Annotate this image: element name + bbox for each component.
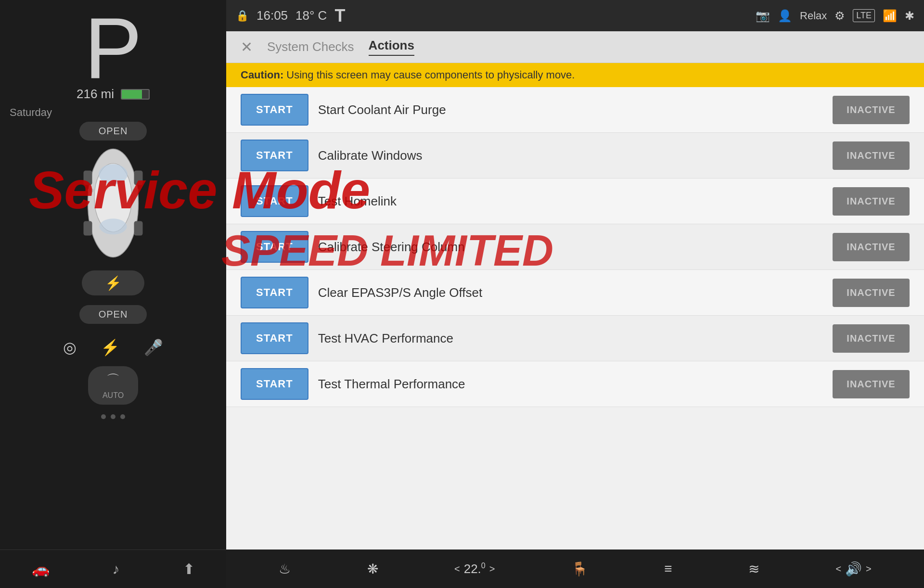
- open-bottom-button[interactable]: OPEN: [79, 305, 147, 324]
- dot-2: [111, 414, 116, 419]
- nav-music-icon[interactable]: ♪: [113, 561, 120, 577]
- bottom-controls-bar: ♨ ❋ < 22.0 > 🪑 ≡ ≋ < 🔊 >: [226, 550, 924, 588]
- rear-cool-icon[interactable]: ≋: [748, 561, 759, 577]
- actions-list: STARTStart Coolant Air PurgeINACTIVESTAR…: [226, 87, 924, 550]
- temperature-control: < 22.0 >: [454, 562, 495, 576]
- action-label-4: Calibrate Steering Column: [318, 240, 823, 255]
- temp-increase-button[interactable]: >: [489, 563, 495, 575]
- lock-icon: 🔒: [236, 10, 249, 22]
- caution-text: Using this screen may cause components t…: [283, 69, 575, 81]
- parking-indicator: P: [84, 5, 142, 91]
- start-button-2[interactable]: START: [241, 140, 308, 171]
- wiper-auto-label: AUTO: [103, 391, 124, 400]
- volume-control: < 🔊 >: [835, 561, 871, 577]
- svg-rect-8: [88, 189, 94, 192]
- car-svg: [51, 145, 176, 261]
- bluetooth-icon[interactable]: ✱: [905, 9, 914, 23]
- status-left: 🔒 16:05 18° C T: [236, 6, 345, 26]
- dot-3: [120, 414, 125, 419]
- tab-system-checks[interactable]: System Checks: [267, 39, 354, 54]
- left-bottom-nav: 🚗 ♪ ⬆: [0, 550, 226, 588]
- action-row-2: STARTCalibrate WindowsINACTIVE: [226, 133, 924, 179]
- status-button-1[interactable]: INACTIVE: [833, 96, 910, 124]
- svg-rect-6: [84, 221, 92, 236]
- start-button-3[interactable]: START: [241, 185, 308, 217]
- action-row-4: STARTCalibrate Steering ColumnINACTIVE: [226, 224, 924, 270]
- start-button-4[interactable]: START: [241, 231, 308, 263]
- start-button-7[interactable]: START: [241, 368, 308, 400]
- status-right: 📷 👤 Relax ⚙ LTE 📶 ✱: [756, 9, 914, 23]
- seat-icon[interactable]: 🪑: [571, 561, 588, 577]
- volume-icon: 🔊: [845, 561, 862, 577]
- tesla-logo: T: [334, 6, 345, 26]
- start-button-5[interactable]: START: [241, 277, 308, 308]
- fan-icon[interactable]: ❋: [367, 561, 378, 577]
- nav-car-icon[interactable]: 🚗: [32, 561, 50, 577]
- dot-1: [101, 414, 106, 419]
- time-display: 16:05: [257, 8, 288, 23]
- close-button[interactable]: ✕: [241, 38, 253, 55]
- day-label: Saturday: [10, 106, 52, 119]
- lte-badge: LTE: [853, 9, 875, 22]
- rear-heat-icon[interactable]: ≡: [664, 561, 672, 576]
- status-button-3[interactable]: INACTIVE: [833, 187, 910, 216]
- wiper-icon: ⌒: [106, 371, 120, 389]
- signal-icon: 📶: [883, 9, 897, 23]
- action-row-1: STARTStart Coolant Air PurgeINACTIVE: [226, 87, 924, 133]
- status-bar: 🔒 16:05 18° C T 📷 👤 Relax ⚙ LTE 📶 ✱: [226, 0, 924, 31]
- mileage-text: 216 mi: [77, 87, 114, 102]
- caution-prefix: Caution:: [241, 69, 283, 81]
- svg-point-2: [99, 164, 128, 184]
- charge-icon: ⚡: [105, 275, 122, 291]
- status-button-2[interactable]: INACTIVE: [833, 141, 910, 170]
- tab-actions[interactable]: Actions: [369, 38, 414, 56]
- lightning-icon[interactable]: ⚡: [101, 338, 120, 357]
- svg-rect-4: [84, 171, 92, 185]
- action-label-1: Start Coolant Air Purge: [318, 102, 823, 117]
- action-row-3: STARTTest HomelinkINACTIVE: [226, 179, 924, 224]
- svg-rect-7: [134, 221, 143, 236]
- status-button-6[interactable]: INACTIVE: [833, 324, 910, 353]
- microphone-icon[interactable]: 🎤: [144, 338, 163, 357]
- car-image: [51, 145, 176, 261]
- left-panel: P 216 mi Saturday OPEN: [0, 0, 226, 588]
- mileage-row: 216 mi: [77, 87, 150, 102]
- volume-decrease-button[interactable]: <: [835, 563, 841, 575]
- status-button-7[interactable]: INACTIVE: [833, 370, 910, 398]
- caution-banner: Caution: Using this screen may cause com…: [226, 63, 924, 87]
- start-button-1[interactable]: START: [241, 94, 308, 126]
- volume-increase-button[interactable]: >: [866, 563, 872, 575]
- action-row-6: STARTTest HVAC PerformanceINACTIVE: [226, 316, 924, 361]
- action-label-3: Test Homelink: [318, 194, 823, 209]
- svg-point-3: [100, 218, 127, 234]
- seat-heat-icon[interactable]: ♨: [279, 561, 291, 577]
- battery-fill: [122, 90, 142, 99]
- bottom-icons-row: ◎ ⚡ 🎤: [63, 338, 163, 357]
- action-label-7: Test Thermal Performance: [318, 377, 823, 392]
- start-button-6[interactable]: START: [241, 322, 308, 354]
- camera-bottom-icon[interactable]: ◎: [63, 338, 77, 357]
- action-label-6: Test HVAC Performance: [318, 331, 823, 346]
- open-top-button[interactable]: OPEN: [79, 122, 147, 141]
- action-label-2: Calibrate Windows: [318, 148, 823, 163]
- camera-icon[interactable]: 📷: [756, 9, 770, 23]
- status-button-5[interactable]: INACTIVE: [833, 279, 910, 307]
- settings-icon[interactable]: ⚙: [834, 9, 845, 23]
- outside-temp: 18° C: [295, 8, 327, 23]
- dialog-header: ✕ System Checks Actions: [226, 31, 924, 63]
- action-row-5: STARTClear EPAS3P/S Angle OffsetINACTIVE: [226, 270, 924, 316]
- temp-decrease-button[interactable]: <: [454, 563, 460, 575]
- user-icon: 👤: [778, 9, 792, 23]
- dots-row: [101, 414, 125, 419]
- battery-bar: [121, 89, 150, 100]
- charge-oval[interactable]: ⚡: [82, 270, 144, 295]
- action-row-7: STARTTest Thermal PerformanceINACTIVE: [226, 361, 924, 407]
- service-dialog: ✕ System Checks Actions Caution: Using t…: [226, 31, 924, 550]
- wiper-button[interactable]: ⌒ AUTO: [88, 366, 138, 405]
- svg-rect-9: [133, 189, 139, 192]
- status-button-4[interactable]: INACTIVE: [833, 233, 910, 261]
- nav-up-icon[interactable]: ⬆: [183, 561, 195, 577]
- temp-value: 22.0: [464, 562, 486, 576]
- action-label-5: Clear EPAS3P/S Angle Offset: [318, 285, 823, 300]
- charge-button-row: ⚡: [82, 270, 144, 295]
